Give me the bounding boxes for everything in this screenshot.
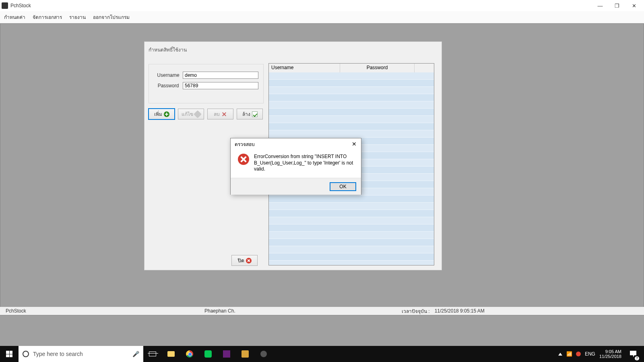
status-time-value: 11/25/2018 9:05:15 AM xyxy=(435,308,485,314)
taskbar-search[interactable]: Type here to search 🎤 xyxy=(19,346,143,362)
power-icon xyxy=(246,258,252,263)
msgbox-title: ตรวจสอบ xyxy=(235,140,350,148)
title-bar: PchStock — ❐ ✕ xyxy=(0,0,644,11)
windows-logo-icon xyxy=(6,351,12,357)
grid-row[interactable] xyxy=(269,116,434,123)
taskbar-file-explorer[interactable] xyxy=(162,346,180,362)
tray-time: 9:05 AM xyxy=(599,349,621,354)
grid-header-password[interactable]: Password xyxy=(340,64,415,72)
edit-button-label: แก้ไข xyxy=(182,110,193,118)
grid-row[interactable] xyxy=(269,123,434,130)
chrome-icon xyxy=(186,350,193,358)
delete-button[interactable]: ลบ xyxy=(207,109,233,119)
status-user-name: Phaephan Ch. xyxy=(204,308,402,314)
status-time-label: เวลาปัจจุบัน : xyxy=(402,307,430,315)
plus-icon xyxy=(164,111,169,117)
tray-clock[interactable]: 9:05 AM 11/25/2018 xyxy=(599,349,621,359)
menu-item-exit[interactable]: ออกจากโปรแกรม xyxy=(93,13,130,21)
taskview-icon xyxy=(149,352,156,356)
window-title: PchStock xyxy=(10,3,592,8)
microphone-icon[interactable]: 🎤 xyxy=(132,351,139,357)
input-group: Username Password xyxy=(149,64,264,103)
tray-date: 11/25/2018 xyxy=(599,354,621,359)
grid-row[interactable] xyxy=(269,87,434,94)
menu-item-reports[interactable]: รายงาน xyxy=(69,13,86,21)
taskbar-app[interactable] xyxy=(236,346,254,362)
menu-item-settings[interactable]: กำหนดค่า xyxy=(4,13,25,21)
error-message-box: ตรวจสอบ ✕ ErrorConversion from string "I… xyxy=(230,138,361,195)
clear-button-label: ล้าง xyxy=(242,110,250,118)
add-button-label: เพิ่ม xyxy=(154,110,162,118)
add-button[interactable]: เพิ่ม xyxy=(149,109,175,119)
edit-button[interactable]: แก้ไข xyxy=(178,109,204,119)
menu-item-documents[interactable]: จัดการเอกสาร xyxy=(33,13,62,21)
wifi-icon[interactable]: 📶 xyxy=(566,351,572,357)
status-app-name: PchStock xyxy=(6,308,204,314)
close-button-label: ปิด xyxy=(238,257,244,264)
system-tray: 📶 ENG 9:05 AM 11/25/2018 7 xyxy=(558,346,644,362)
close-form-button[interactable]: ปิด xyxy=(231,255,258,266)
notification-icon xyxy=(630,351,636,357)
app-icon xyxy=(2,2,8,9)
menu-bar: กำหนดค่า จัดการเอกสาร รายงาน ออกจากโปรแก… xyxy=(0,11,644,23)
clear-button[interactable]: ล้าง xyxy=(237,109,263,119)
grid-row[interactable] xyxy=(269,101,434,109)
error-icon xyxy=(238,154,249,165)
tray-language[interactable]: ENG xyxy=(585,351,595,357)
password-input[interactable] xyxy=(183,82,258,89)
msgbox-text: ErrorConversion from string "INSERT INTO… xyxy=(254,154,354,178)
task-view-button[interactable] xyxy=(143,346,162,362)
msgbox-title-bar: ตรวจสอบ ✕ xyxy=(231,138,361,150)
app-icon xyxy=(242,350,249,358)
grid-row[interactable] xyxy=(269,203,434,210)
username-label: Username xyxy=(154,72,183,78)
grid-row[interactable] xyxy=(269,195,434,203)
taskbar-settings[interactable] xyxy=(254,346,273,362)
tray-overflow-icon[interactable] xyxy=(558,353,562,356)
taskbar-visualstudio[interactable] xyxy=(217,346,236,362)
action-center-button[interactable]: 7 xyxy=(625,346,641,362)
x-icon xyxy=(221,111,227,117)
msgbox-footer: OK xyxy=(231,178,361,195)
form-title: กำหนดสิทธิ์ใช้งาน xyxy=(149,46,187,53)
grid-row[interactable] xyxy=(269,80,434,87)
window-close-button[interactable]: ✕ xyxy=(625,0,642,11)
password-label: Password xyxy=(154,83,183,88)
delete-button-label: ลบ xyxy=(214,110,220,118)
windows-taskbar: Type here to search 🎤 📶 ENG 9:05 AM 11/2… xyxy=(0,346,644,362)
grid-header-spacer xyxy=(415,64,434,72)
grid-header-username[interactable]: Username xyxy=(269,64,340,72)
grid-row[interactable] xyxy=(269,246,434,253)
username-input[interactable] xyxy=(183,72,258,79)
grid-row[interactable] xyxy=(269,232,434,239)
pencil-icon xyxy=(194,110,202,118)
visual-studio-icon xyxy=(223,350,230,358)
msgbox-ok-button[interactable]: OK xyxy=(330,182,356,191)
grid-row[interactable] xyxy=(269,94,434,101)
grid-row[interactable] xyxy=(269,239,434,246)
maximize-button[interactable]: ❐ xyxy=(609,0,625,11)
grid-row[interactable] xyxy=(269,130,434,138)
msgbox-close-button[interactable]: ✕ xyxy=(350,140,359,148)
grid-row[interactable] xyxy=(269,217,434,224)
minimize-button[interactable]: — xyxy=(592,0,609,11)
grid-row[interactable] xyxy=(269,109,434,116)
taskbar-chrome[interactable] xyxy=(180,346,199,362)
grid-header-row: Username Password xyxy=(269,64,434,72)
msgbox-body: ErrorConversion from string "INSERT INTO… xyxy=(231,150,361,178)
tray-status-icon[interactable] xyxy=(576,352,581,356)
grid-row[interactable] xyxy=(269,253,434,261)
grid-row[interactable] xyxy=(269,210,434,217)
search-icon xyxy=(23,351,29,357)
line-icon xyxy=(204,350,212,358)
grid-row[interactable] xyxy=(269,261,434,265)
check-icon xyxy=(252,111,258,117)
grid-row[interactable] xyxy=(269,224,434,232)
start-button[interactable] xyxy=(0,346,19,362)
folder-icon xyxy=(167,351,175,357)
notification-badge: 7 xyxy=(635,356,639,360)
grid-row[interactable] xyxy=(269,72,434,80)
status-bar: PchStock Phaephan Ch. เวลาปัจจุบัน : 11/… xyxy=(0,307,644,315)
action-button-row: เพิ่ม แก้ไข ลบ ล้าง xyxy=(149,109,263,119)
taskbar-line[interactable] xyxy=(199,346,217,362)
